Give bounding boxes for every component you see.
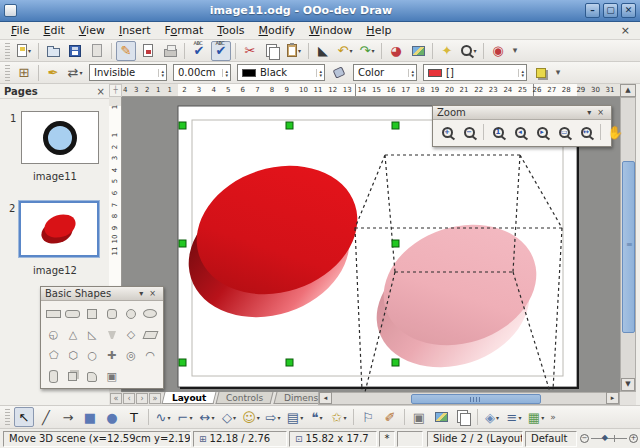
- horizontal-scrollbar[interactable]: ◂ ▸: [318, 392, 620, 405]
- rounded-rectangle-shape[interactable]: [63, 303, 82, 324]
- rounded-square-shape[interactable]: [102, 303, 121, 324]
- titlebar[interactable]: image11.odg - OOo-dev Draw – ▢ ✕: [0, 0, 640, 22]
- line-style-select[interactable]: Invisible ▴▾: [89, 64, 167, 81]
- menu-format[interactable]: Format: [158, 23, 211, 38]
- zoom-slider[interactable]: − ◆ +: [580, 434, 638, 443]
- show-draw-functions-icon[interactable]: [408, 41, 428, 61]
- horizontal-scroll-thumb[interactable]: [411, 394, 541, 404]
- save-icon[interactable]: [65, 41, 85, 61]
- spinner-arrows[interactable]: ▴▾: [158, 69, 164, 77]
- text-icon[interactable]: T: [124, 407, 144, 427]
- glue-points-icon[interactable]: ✐: [380, 407, 400, 427]
- fill-type-select[interactable]: Color ▴▾: [353, 64, 417, 81]
- line-width-spinner[interactable]: 0.00cm ▴▾: [173, 64, 231, 81]
- toolbar-overflow-icon[interactable]: »: [548, 407, 558, 427]
- format-paintbrush-icon[interactable]: ◣: [313, 41, 333, 61]
- zoom-in-icon[interactable]: +: [437, 122, 457, 142]
- cube-shape[interactable]: [63, 366, 82, 387]
- flowcharts-icon[interactable]: ▤▾: [285, 407, 305, 427]
- shadow-icon[interactable]: [531, 63, 551, 83]
- new-document-dropdown[interactable]: ▾: [28, 47, 31, 54]
- line-icon[interactable]: ╱: [36, 407, 56, 427]
- callouts-icon[interactable]: ❝▾: [307, 407, 327, 427]
- square-shape[interactable]: [83, 303, 102, 324]
- edit-points-icon[interactable]: ⚐: [358, 407, 378, 427]
- copy-icon[interactable]: [262, 41, 282, 61]
- line-dialog-icon[interactable]: ✒: [43, 63, 63, 83]
- scroll-right-button[interactable]: ▸: [606, 392, 619, 404]
- menu-tools[interactable]: Tools: [210, 23, 251, 38]
- menu-view[interactable]: View: [72, 23, 112, 38]
- undo-icon[interactable]: ↶▾: [335, 41, 355, 61]
- gallery-icon[interactable]: [453, 407, 473, 427]
- palette-close-icon[interactable]: ×: [146, 289, 159, 298]
- toolbar-options-2-icon[interactable]: ▾: [553, 63, 563, 83]
- selection-handle[interactable]: [392, 359, 399, 366]
- minimize-button[interactable]: –: [585, 3, 600, 18]
- can-shape[interactable]: [83, 366, 102, 387]
- transformations-dropdown[interactable]: ▾: [496, 414, 499, 421]
- undo-dropdown[interactable]: ▾: [349, 47, 352, 54]
- page-nav-button-0[interactable]: «: [110, 393, 122, 404]
- zoom-out-icon[interactable]: −: [459, 122, 479, 142]
- selection-handle[interactable]: [392, 122, 399, 129]
- line-color-select[interactable]: Black ▴▾: [237, 64, 325, 81]
- spinner-arrows[interactable]: ▴▾: [316, 69, 322, 77]
- page-nav-button-3[interactable]: »: [149, 393, 161, 404]
- circle-shape[interactable]: [121, 303, 140, 324]
- selection-handle[interactable]: [392, 240, 399, 247]
- zoom-icon[interactable]: ▾: [459, 41, 479, 61]
- cross-shape[interactable]: ✚: [102, 345, 121, 366]
- zoom-slider-track[interactable]: ◆: [591, 438, 627, 439]
- redo-dropdown[interactable]: ▾: [371, 47, 374, 54]
- ring-shape[interactable]: ◎: [121, 345, 140, 366]
- trapezoid-shape[interactable]: [102, 324, 121, 345]
- basic-shapes-icon[interactable]: ◇▾: [219, 407, 239, 427]
- basic-shapes-dropdown[interactable]: ▾: [233, 414, 236, 421]
- zoom-out-slider-icon[interactable]: −: [580, 434, 589, 443]
- spellcheck-icon[interactable]: ✔ABC: [189, 41, 209, 61]
- connector-dropdown[interactable]: ▾: [189, 414, 192, 421]
- flowcharts-dropdown[interactable]: ▾: [300, 414, 303, 421]
- alignment-icon[interactable]: ≡▾: [504, 407, 524, 427]
- paste-icon[interactable]: ▾: [284, 41, 304, 61]
- scroll-left-button[interactable]: ◂: [319, 392, 332, 404]
- zoom-palette-titlebar[interactable]: Zoom ▾ ×: [433, 106, 611, 120]
- selection-handle[interactable]: [179, 122, 186, 129]
- arrange-dropdown[interactable]: ▾: [541, 414, 544, 421]
- styles-window-icon[interactable]: ⊞: [14, 63, 34, 83]
- fill-color-select[interactable]: [] ▴▾: [423, 64, 527, 81]
- open-icon[interactable]: [43, 41, 63, 61]
- menu-modify[interactable]: Modify: [251, 23, 301, 38]
- basic-shapes-titlebar[interactable]: Basic Shapes ▾ ×: [41, 287, 163, 301]
- rectangle-shape[interactable]: [44, 303, 63, 324]
- zoom-page-width-icon[interactable]: ↔: [576, 122, 596, 142]
- palette-menu-icon[interactable]: ▾: [584, 108, 594, 117]
- export-pdf-icon[interactable]: [138, 41, 158, 61]
- transformations-icon[interactable]: ◈▾: [482, 407, 502, 427]
- isosceles-triangle-shape[interactable]: △: [63, 324, 82, 345]
- zoom-entire-page-icon[interactable]: ▭: [554, 122, 574, 142]
- redo-icon[interactable]: ↷▾: [357, 41, 377, 61]
- block-arrows-icon[interactable]: ⇨▾: [263, 407, 283, 427]
- hexagon-shape[interactable]: ⬡: [63, 345, 82, 366]
- block-arrows-dropdown[interactable]: ▾: [277, 414, 280, 421]
- spinner-arrows[interactable]: ▴▾: [518, 69, 524, 77]
- symbol-shapes-dropdown[interactable]: ▾: [257, 414, 260, 421]
- arrow-style-dropdown[interactable]: ▾: [79, 69, 82, 76]
- selection-handle[interactable]: [286, 359, 293, 366]
- selection-handle[interactable]: [286, 122, 293, 129]
- spinner-arrows[interactable]: ▴▾: [408, 69, 414, 77]
- alignment-dropdown[interactable]: ▾: [518, 414, 521, 421]
- menu-edit[interactable]: Edit: [36, 23, 71, 38]
- menu-help[interactable]: Help: [359, 23, 398, 38]
- block-arc-shape[interactable]: ◠: [141, 345, 160, 366]
- toolbar-options-icon[interactable]: ▾: [510, 41, 520, 61]
- circle-pie-shape[interactable]: ◵: [44, 324, 63, 345]
- arrow-style-icon[interactable]: ⇄▾: [65, 63, 85, 83]
- autospellcheck-icon[interactable]: ✔ABC: [211, 41, 231, 61]
- zoom-dropdown[interactable]: ▾: [473, 47, 476, 54]
- arrange-icon[interactable]: ▦▾: [526, 407, 546, 427]
- zoom-previous-icon[interactable]: ◂: [510, 122, 530, 142]
- insert-chart-icon[interactable]: ◕: [386, 41, 406, 61]
